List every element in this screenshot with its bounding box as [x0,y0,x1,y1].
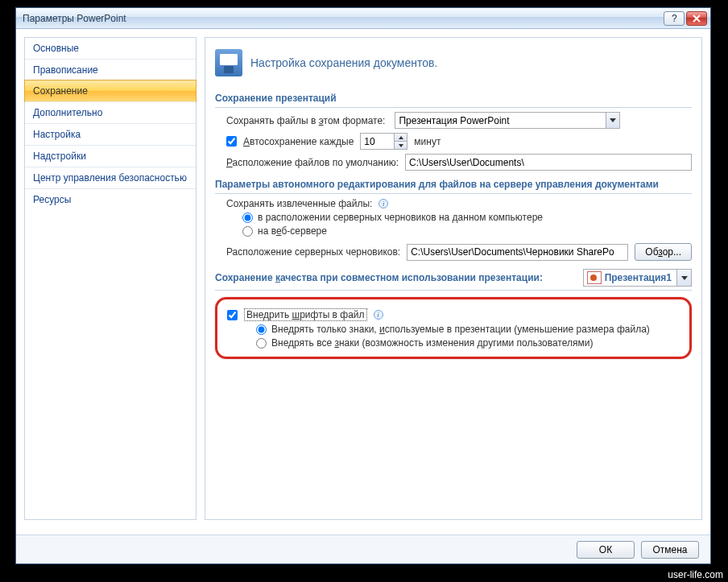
category-nav: Основные Правописание Сохранение Дополни… [24,37,196,520]
embed-fonts-label: Внедрить шрифты в файл [244,308,367,321]
nav-item-resources[interactable]: Ресурсы [25,188,196,210]
extract-radio-web-label: на веб-сервере [258,225,327,237]
svg-text:?: ? [672,14,677,23]
close-button[interactable] [686,11,707,26]
chevron-down-icon[interactable] [606,112,620,129]
presentation-name: Презентация1 [605,272,676,283]
autosave-unit: минут [414,136,441,147]
autosave-interval-spinner[interactable] [360,133,407,150]
content-panel: Настройка сохранения документов. Сохране… [205,37,702,520]
format-value[interactable] [395,112,606,129]
save-icon [215,49,242,76]
window-title: Параметры PowerPoint [23,13,662,24]
embed-fonts-group: Внедрить шрифты в файл i Внедрять только… [215,297,692,359]
dialog-window: Параметры PowerPoint ? Основные Правопис… [15,7,711,564]
defaultloc-input[interactable] [405,154,692,171]
drafts-input[interactable] [407,244,628,261]
embed-radio-used-only[interactable] [256,324,267,335]
info-icon[interactable]: i [374,310,383,320]
info-icon[interactable]: i [378,199,388,208]
section-save-presentations: Сохранение презентаций [215,89,692,108]
autosave-checkbox[interactable] [226,136,237,147]
nav-item-main[interactable]: Основные [25,38,196,59]
embed-radio-all-label: Внедрять все знаки (возможность изменени… [271,337,593,349]
extract-radio-web[interactable] [242,226,253,237]
presentation-picker[interactable]: Презентация1 [583,269,692,287]
ok-button[interactable]: ОК [577,541,635,559]
embed-fonts-checkbox[interactable] [227,310,238,320]
autosave-interval-input[interactable] [360,133,394,150]
extract-radio-local[interactable] [242,213,253,223]
drafts-label: Расположение серверных черновиков: [226,246,400,258]
help-button[interactable]: ? [664,11,685,26]
autosave-label: Автосохранение каждые [243,136,354,147]
cancel-button[interactable]: Отмена [641,541,699,559]
section-sharing-quality: Сохранение качества при совместном испол… [215,266,692,291]
format-label: Сохранять файлы в этом формате: [226,115,385,126]
nav-item-addins[interactable]: Надстройки [25,145,196,167]
page-heading: Настройка сохранения документов. [250,56,437,69]
nav-item-advanced[interactable]: Дополнительно [25,101,196,123]
embed-radio-used-only-label: Внедрять только знаки, используемые в пр… [271,324,650,335]
embed-radio-all[interactable] [256,338,267,349]
extract-label: Сохранять извлеченные файлы: [226,198,372,209]
spinner-up[interactable] [395,134,407,142]
watermark: user-life.com [663,568,728,582]
extract-radio-local-label: в расположении серверных черновиков на д… [258,212,543,223]
section-offline-editing: Параметры автономного редактирования для… [215,175,692,194]
defaultloc-label: Расположение файлов по умолчанию: [226,157,399,168]
nav-item-proofing[interactable]: Правописание [25,59,196,80]
browse-button[interactable]: Обзор... [635,243,692,261]
nav-item-trust[interactable]: Центр управления безопасностью [25,167,196,188]
spinner-down[interactable] [395,142,407,149]
presentation-icon [587,271,602,284]
chevron-down-icon[interactable] [676,270,691,286]
titlebar: Параметры PowerPoint ? [16,8,710,29]
dialog-footer: ОК Отмена [16,535,710,563]
nav-item-customize[interactable]: Настройка [25,123,196,145]
nav-item-save[interactable]: Сохранение [24,80,196,102]
format-combo[interactable] [395,112,620,129]
